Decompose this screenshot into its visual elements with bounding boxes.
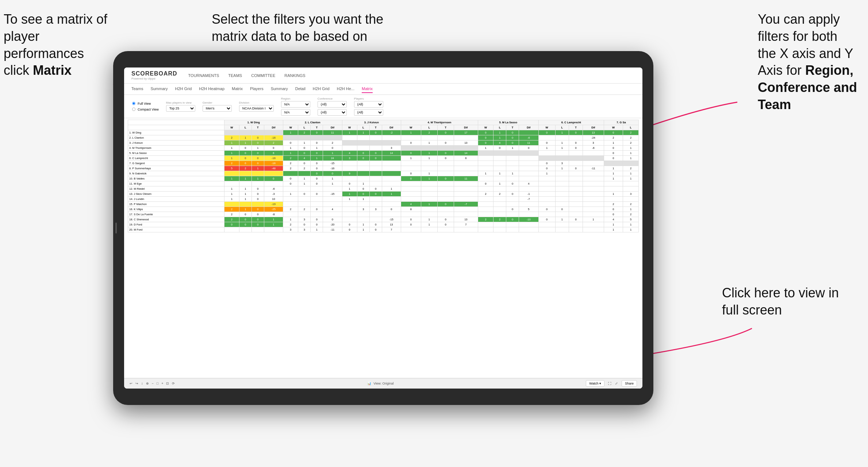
cell (421, 186, 437, 192)
fit-icon[interactable]: ⊡ (166, 382, 169, 385)
share-button[interactable]: Share (622, 380, 637, 387)
tab-h2h-heatmap[interactable]: H2H Heatmap (199, 85, 224, 93)
tablet-screen: SCOREBOARD Powered by clippd TOURNAMENTS… (124, 67, 642, 389)
gender-select[interactable]: Men's (203, 105, 232, 112)
tab-h2hhe[interactable]: H2H He... (337, 85, 354, 93)
tab-players[interactable]: Players (250, 85, 264, 93)
cell (401, 197, 421, 202)
nav-teams[interactable]: TEAMS (228, 72, 242, 79)
matrix-area[interactable]: 1. W Ding 2. L Clanton 3. J Koivun 4. M … (124, 118, 642, 378)
cell (369, 202, 382, 207)
cell (382, 176, 401, 181)
cell (369, 217, 382, 222)
cell (357, 176, 369, 181)
tab-detail[interactable]: Detail (295, 85, 306, 93)
cell: 0 (323, 171, 342, 176)
cell (506, 202, 519, 207)
cell: 1 (251, 146, 264, 151)
cell (401, 212, 421, 217)
tab-summary[interactable]: Summary (150, 85, 168, 93)
full-view-label: Full View (138, 102, 151, 105)
sh-l6: L (555, 125, 569, 130)
cell (519, 130, 538, 135)
table-row: 16. K Vilips 210-25 2204 330 8 05 00 01 (128, 207, 639, 212)
tab-teams[interactable]: Teams (131, 85, 143, 93)
cursor-icon[interactable]: ↕ (141, 382, 143, 385)
cell: 1 (283, 192, 298, 197)
conference-select[interactable]: (All) (318, 101, 347, 108)
cell (437, 181, 454, 186)
tab-matrix[interactable]: Matrix (232, 85, 243, 93)
cell: 0 (437, 222, 454, 227)
players-select2[interactable]: (All) (354, 109, 383, 116)
tab-h2h-grid2[interactable]: H2H Grid (313, 85, 330, 93)
cell: 4 (323, 207, 342, 212)
nav-tournaments[interactable]: TOURNAMENTS (188, 72, 219, 79)
cell: 1 (493, 135, 506, 140)
cell: 4 (298, 156, 311, 161)
cell: 2 (493, 192, 506, 197)
watch-button[interactable]: Watch ▾ (586, 380, 604, 387)
cell: 1 (623, 222, 639, 227)
cell (239, 202, 251, 207)
plus-icon[interactable]: + (161, 382, 163, 385)
cell: 1 (224, 176, 239, 181)
table-row: 10. B Valdes 1110 0101 01011 11 (128, 176, 639, 181)
conference-select2[interactable]: (All) (318, 109, 347, 116)
tab-h2h-grid[interactable]: H2H Grid (175, 85, 192, 93)
tools-icon[interactable]: ⊕ (146, 382, 149, 385)
cell (357, 171, 369, 176)
tab-matrix2[interactable]: Matrix (362, 85, 373, 93)
cell: 1 (538, 146, 555, 151)
cell: 1 (311, 146, 323, 151)
cell (251, 181, 264, 186)
expand-icon[interactable]: ⛶ (608, 382, 611, 385)
cell: 0 (311, 140, 323, 146)
cell (369, 197, 382, 202)
cell (323, 197, 342, 202)
cell (311, 186, 323, 192)
cell: 0 (369, 222, 382, 227)
refresh-icon[interactable]: ⟳ (172, 382, 175, 385)
cell (493, 156, 506, 161)
max-players-select[interactable]: Top 25 (166, 105, 195, 112)
cell: 1 (357, 222, 369, 227)
view-original-label[interactable]: View: Original (373, 382, 393, 385)
cell: 2 (623, 130, 639, 135)
cell (311, 135, 323, 140)
cell (283, 186, 298, 192)
cell (401, 135, 421, 140)
tab-summary2[interactable]: Summary (271, 85, 288, 93)
full-view-radio[interactable] (132, 102, 135, 105)
cell: 0 (506, 140, 519, 146)
redo-icon[interactable]: ↪ (135, 382, 138, 385)
cell (478, 166, 493, 171)
cell: 0 (569, 166, 583, 171)
cell: 0 (478, 140, 493, 146)
zoom-select[interactable]: □ (157, 382, 158, 385)
cell (569, 186, 583, 192)
cell (239, 130, 251, 135)
cell: -19 (264, 202, 283, 207)
cell (382, 171, 401, 176)
players-select[interactable]: (All) (354, 101, 383, 108)
cell (264, 227, 283, 232)
compact-view-option[interactable]: Compact View (131, 107, 159, 112)
cell (437, 186, 454, 192)
fullscreen-icon[interactable]: ⤢ (615, 382, 618, 385)
region-select2[interactable]: N/A (281, 109, 310, 116)
cell (382, 135, 401, 140)
region-select[interactable]: N/A (281, 101, 310, 108)
division-select[interactable]: NCAA Division I (239, 105, 274, 112)
undo-icon[interactable]: ↩ (130, 382, 132, 385)
cell: 0 (604, 130, 623, 135)
cell: 1 (623, 176, 639, 181)
nav-committee[interactable]: COMMITTEE (251, 72, 275, 79)
full-view-option[interactable]: Full View (131, 101, 159, 106)
cell: 1 (421, 151, 437, 156)
cell: 1 (478, 171, 493, 176)
compact-view-radio[interactable] (132, 108, 135, 111)
nav-rankings[interactable]: RANKINGS (284, 72, 305, 79)
minus-icon[interactable]: − (152, 382, 154, 385)
cell: -2 (382, 130, 401, 135)
